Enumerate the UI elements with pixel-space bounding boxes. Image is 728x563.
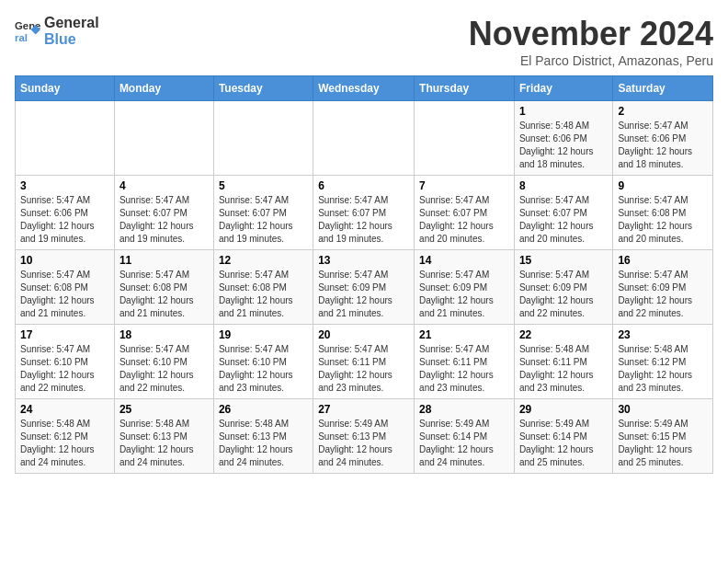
day-info: Sunrise: 5:48 AM Sunset: 6:13 PM Dayligh… (219, 418, 308, 469)
day-info: Sunrise: 5:47 AM Sunset: 6:09 PM Dayligh… (519, 269, 608, 320)
calendar-cell: 5Sunrise: 5:47 AM Sunset: 6:07 PM Daylig… (213, 176, 313, 250)
day-info: Sunrise: 5:47 AM Sunset: 6:09 PM Dayligh… (618, 269, 708, 320)
day-number: 10 (20, 254, 109, 267)
day-info: Sunrise: 5:49 AM Sunset: 6:15 PM Dayligh… (618, 418, 708, 469)
day-number: 12 (219, 254, 308, 267)
day-number: 24 (20, 403, 109, 416)
calendar-cell: 6Sunrise: 5:47 AM Sunset: 6:07 PM Daylig… (313, 176, 415, 250)
week-row-1: 3Sunrise: 5:47 AM Sunset: 6:06 PM Daylig… (16, 176, 713, 250)
day-info: Sunrise: 5:48 AM Sunset: 6:13 PM Dayligh… (119, 418, 209, 469)
calendar-cell (114, 101, 213, 176)
calendar-cell: 2Sunrise: 5:47 AM Sunset: 6:06 PM Daylig… (613, 101, 713, 176)
calendar-cell: 22Sunrise: 5:48 AM Sunset: 6:11 PM Dayli… (514, 325, 612, 399)
day-number: 14 (419, 254, 509, 267)
day-number: 18 (119, 328, 209, 341)
day-info: Sunrise: 5:47 AM Sunset: 6:09 PM Dayligh… (419, 269, 509, 320)
day-number: 30 (618, 403, 708, 416)
day-info: Sunrise: 5:47 AM Sunset: 6:08 PM Dayligh… (20, 269, 109, 320)
day-info: Sunrise: 5:47 AM Sunset: 6:08 PM Dayligh… (119, 269, 209, 320)
day-info: Sunrise: 5:48 AM Sunset: 6:06 PM Dayligh… (519, 120, 608, 171)
calendar-cell: 7Sunrise: 5:47 AM Sunset: 6:07 PM Daylig… (415, 176, 515, 250)
week-row-4: 24Sunrise: 5:48 AM Sunset: 6:12 PM Dayli… (16, 399, 713, 474)
calendar-cell: 25Sunrise: 5:48 AM Sunset: 6:13 PM Dayli… (114, 399, 213, 474)
svg-text:ral: ral (15, 31, 28, 42)
calendar-cell: 13Sunrise: 5:47 AM Sunset: 6:09 PM Dayli… (313, 250, 415, 325)
week-row-2: 10Sunrise: 5:47 AM Sunset: 6:08 PM Dayli… (16, 250, 713, 325)
day-info: Sunrise: 5:47 AM Sunset: 6:11 PM Dayligh… (318, 343, 409, 395)
day-info: Sunrise: 5:47 AM Sunset: 6:11 PM Dayligh… (419, 343, 509, 395)
calendar-cell: 15Sunrise: 5:47 AM Sunset: 6:09 PM Dayli… (514, 250, 612, 325)
day-info: Sunrise: 5:47 AM Sunset: 6:08 PM Dayligh… (618, 194, 708, 246)
day-number: 21 (419, 328, 509, 341)
calendar-cell: 9Sunrise: 5:47 AM Sunset: 6:08 PM Daylig… (613, 176, 713, 250)
day-number: 11 (119, 254, 209, 267)
day-info: Sunrise: 5:47 AM Sunset: 6:10 PM Dayligh… (119, 343, 209, 395)
calendar-cell: 26Sunrise: 5:48 AM Sunset: 6:13 PM Dayli… (213, 399, 313, 474)
calendar-cell (415, 101, 515, 176)
calendar-cell: 23Sunrise: 5:48 AM Sunset: 6:12 PM Dayli… (613, 325, 713, 399)
calendar-body: 1Sunrise: 5:48 AM Sunset: 6:06 PM Daylig… (16, 101, 713, 474)
calendar-cell (313, 101, 415, 176)
day-info: Sunrise: 5:47 AM Sunset: 6:07 PM Dayligh… (119, 194, 209, 246)
calendar-cell: 17Sunrise: 5:47 AM Sunset: 6:10 PM Dayli… (16, 325, 115, 399)
calendar-cell (16, 101, 115, 176)
calendar-cell: 21Sunrise: 5:47 AM Sunset: 6:11 PM Dayli… (415, 325, 515, 399)
header-day-saturday: Saturday (613, 76, 713, 101)
day-number: 25 (119, 403, 209, 416)
day-info: Sunrise: 5:47 AM Sunset: 6:09 PM Dayligh… (318, 269, 409, 320)
day-number: 26 (219, 403, 308, 416)
day-info: Sunrise: 5:49 AM Sunset: 6:14 PM Dayligh… (519, 418, 608, 469)
day-number: 4 (119, 179, 209, 192)
week-row-0: 1Sunrise: 5:48 AM Sunset: 6:06 PM Daylig… (16, 101, 713, 176)
day-info: Sunrise: 5:48 AM Sunset: 6:12 PM Dayligh… (20, 418, 109, 469)
day-number: 1 (519, 105, 608, 118)
header-day-wednesday: Wednesday (313, 76, 415, 101)
day-number: 29 (519, 403, 608, 416)
calendar-cell: 11Sunrise: 5:47 AM Sunset: 6:08 PM Dayli… (114, 250, 213, 325)
calendar-header: SundayMondayTuesdayWednesdayThursdayFrid… (16, 76, 713, 101)
month-title: November 2024 (469, 15, 713, 53)
calendar-cell: 4Sunrise: 5:47 AM Sunset: 6:07 PM Daylig… (114, 176, 213, 250)
calendar-table: SundayMondayTuesdayWednesdayThursdayFrid… (15, 75, 713, 474)
calendar-cell: 30Sunrise: 5:49 AM Sunset: 6:15 PM Dayli… (613, 399, 713, 474)
logo-icon: Gene ral (15, 18, 40, 44)
day-number: 19 (219, 328, 308, 341)
day-number: 2 (618, 105, 708, 118)
day-info: Sunrise: 5:47 AM Sunset: 6:07 PM Dayligh… (519, 194, 608, 246)
header-day-friday: Friday (514, 76, 612, 101)
day-number: 27 (318, 403, 409, 416)
calendar-cell: 27Sunrise: 5:49 AM Sunset: 6:13 PM Dayli… (313, 399, 415, 474)
day-info: Sunrise: 5:48 AM Sunset: 6:11 PM Dayligh… (519, 343, 608, 395)
day-number: 8 (519, 179, 608, 192)
day-number: 17 (20, 328, 109, 341)
day-info: Sunrise: 5:47 AM Sunset: 6:07 PM Dayligh… (318, 194, 409, 246)
day-number: 3 (20, 179, 109, 192)
calendar-cell: 20Sunrise: 5:47 AM Sunset: 6:11 PM Dayli… (313, 325, 415, 399)
calendar-cell: 18Sunrise: 5:47 AM Sunset: 6:10 PM Dayli… (114, 325, 213, 399)
day-info: Sunrise: 5:47 AM Sunset: 6:10 PM Dayligh… (219, 343, 308, 395)
day-info: Sunrise: 5:47 AM Sunset: 6:07 PM Dayligh… (219, 194, 308, 246)
calendar-cell: 10Sunrise: 5:47 AM Sunset: 6:08 PM Dayli… (16, 250, 115, 325)
header-day-monday: Monday (114, 76, 213, 101)
day-number: 23 (618, 328, 708, 341)
day-number: 16 (618, 254, 708, 267)
day-number: 28 (419, 403, 509, 416)
day-info: Sunrise: 5:49 AM Sunset: 6:14 PM Dayligh… (419, 418, 509, 469)
calendar-cell: 19Sunrise: 5:47 AM Sunset: 6:10 PM Dayli… (213, 325, 313, 399)
day-number: 13 (318, 254, 409, 267)
header-day-tuesday: Tuesday (213, 76, 313, 101)
day-number: 5 (219, 179, 308, 192)
logo: Gene ral General Blue (15, 15, 99, 47)
day-info: Sunrise: 5:47 AM Sunset: 6:06 PM Dayligh… (618, 120, 708, 171)
day-number: 6 (318, 179, 409, 192)
day-info: Sunrise: 5:48 AM Sunset: 6:12 PM Dayligh… (618, 343, 708, 395)
week-row-3: 17Sunrise: 5:47 AM Sunset: 6:10 PM Dayli… (16, 325, 713, 399)
day-number: 20 (318, 328, 409, 341)
calendar-cell: 16Sunrise: 5:47 AM Sunset: 6:09 PM Dayli… (613, 250, 713, 325)
day-info: Sunrise: 5:47 AM Sunset: 6:07 PM Dayligh… (419, 194, 509, 246)
calendar-cell: 1Sunrise: 5:48 AM Sunset: 6:06 PM Daylig… (514, 101, 612, 176)
subtitle: El Parco District, Amazonas, Peru (469, 53, 713, 68)
header: Gene ral General Blue November 2024 El P… (15, 15, 713, 68)
day-number: 9 (618, 179, 708, 192)
header-day-sunday: Sunday (16, 76, 115, 101)
